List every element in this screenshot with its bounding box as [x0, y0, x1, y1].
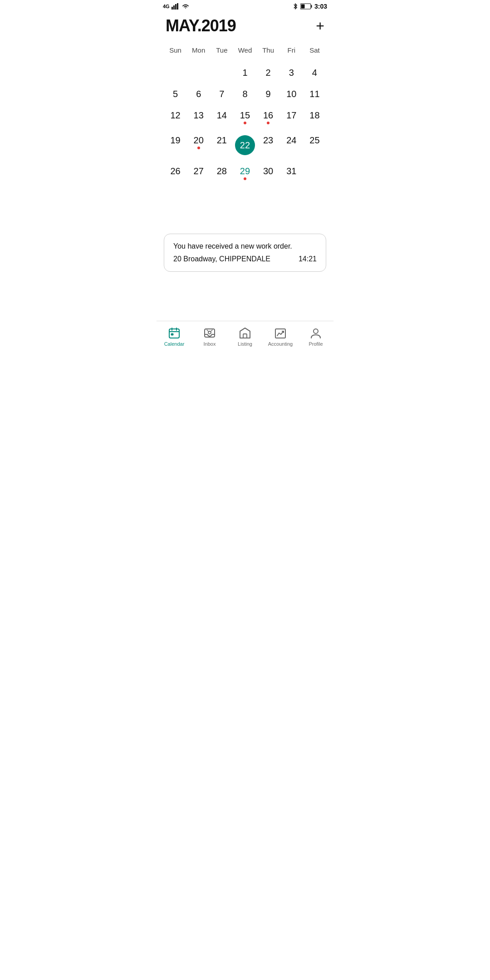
event-dot	[244, 122, 246, 124]
date-number: 17	[280, 110, 303, 121]
event-card[interactable]: You have received a new work order. 20 B…	[164, 234, 326, 272]
signal-icon	[172, 3, 180, 10]
date-number: 10	[280, 89, 303, 99]
day-header-sun: Sun	[164, 43, 187, 58]
calendar-cell[interactable]: 18	[303, 104, 326, 129]
nav-label-inbox: Inbox	[204, 341, 216, 347]
status-right: 3:03	[293, 3, 327, 10]
nav-item-accounting[interactable]: Accounting	[263, 325, 298, 348]
svg-rect-11	[171, 333, 173, 335]
calendar-cell[interactable]: 16	[257, 104, 280, 129]
event-title: You have received a new work order.	[173, 242, 317, 250]
svg-rect-3	[177, 3, 178, 10]
calendar-cell	[303, 160, 326, 185]
nav-item-listing[interactable]: Listing	[227, 325, 263, 348]
calendar-cell[interactable]: 8	[233, 83, 256, 104]
month-title: MAY.2019	[166, 16, 236, 35]
date-number: 4	[303, 68, 326, 78]
svg-rect-7	[169, 329, 179, 338]
date-number: 13	[187, 110, 210, 121]
date-number: 11	[303, 89, 326, 99]
calendar-cell[interactable]: 2	[257, 61, 280, 83]
date-number: 24	[280, 135, 303, 146]
inbox-nav-icon	[203, 327, 216, 339]
calendar-cell[interactable]: 7	[210, 83, 233, 104]
svg-rect-14	[243, 334, 247, 338]
app-header: MAY.2019 +	[157, 12, 333, 43]
calendar-cell[interactable]: 11	[303, 83, 326, 104]
status-left: 4G	[163, 3, 190, 10]
profile-nav-icon	[309, 327, 322, 339]
calendar-cell[interactable]: 6	[187, 83, 210, 104]
date-number: 27	[187, 166, 210, 176]
selected-date-circle: 22	[235, 135, 255, 155]
nav-item-inbox[interactable]: Inbox	[192, 325, 227, 348]
add-event-button[interactable]: +	[316, 19, 324, 33]
nav-label-accounting: Accounting	[268, 341, 293, 347]
date-number: 12	[164, 110, 187, 121]
event-dot	[197, 147, 200, 149]
day-header-wed: Wed	[233, 43, 256, 58]
listing-nav-icon	[239, 327, 251, 339]
calendar-cell[interactable]: 27	[187, 160, 210, 185]
calendar-cell[interactable]: 30	[257, 160, 280, 185]
calendar-cell[interactable]: 3	[280, 61, 303, 83]
calendar-cell[interactable]: 29	[233, 160, 256, 185]
status-bar: 4G 3:03	[157, 0, 333, 12]
calendar-cell[interactable]: 10	[280, 83, 303, 104]
calendar-cell[interactable]: 4	[303, 61, 326, 83]
calendar-cell[interactable]: 13	[187, 104, 210, 129]
date-number: 6	[187, 89, 210, 99]
nav-item-calendar[interactable]: Calendar	[157, 325, 192, 348]
calendar-cell	[187, 61, 210, 83]
svg-rect-5	[311, 5, 312, 8]
date-number: 9	[257, 89, 280, 99]
calendar-cell[interactable]: 17	[280, 104, 303, 129]
calendar-cell[interactable]: 19	[164, 129, 187, 160]
calendar-cell[interactable]: 5	[164, 83, 187, 104]
carrier-text: 4G	[163, 4, 170, 9]
day-header-sat: Sat	[303, 43, 326, 58]
calendar-cell[interactable]: 14	[210, 104, 233, 129]
calendar-cell[interactable]: 25	[303, 129, 326, 160]
date-number: 31	[280, 166, 303, 176]
calendar-cell[interactable]: 21	[210, 129, 233, 160]
calendar-cell[interactable]: 1	[233, 61, 256, 83]
date-number: 21	[210, 135, 233, 146]
day-header-tue: Tue	[210, 43, 233, 58]
calendar-view: Sun Mon Tue Wed Thu Fri Sat 123456789101…	[157, 43, 333, 227]
date-number: 3	[280, 68, 303, 78]
calendar-cell[interactable]: 24	[280, 129, 303, 160]
nav-item-profile[interactable]: Profile	[298, 325, 333, 348]
calendar-cell[interactable]: 15	[233, 104, 256, 129]
bluetooth-icon	[293, 3, 298, 10]
calendar-cell[interactable]: 20	[187, 129, 210, 160]
date-number: 19	[164, 135, 187, 146]
calendar-cell[interactable]: 22	[233, 129, 256, 160]
date-number: 14	[210, 110, 233, 121]
calendar-cell[interactable]: 9	[257, 83, 280, 104]
calendar-cell[interactable]: 26	[164, 160, 187, 185]
svg-rect-1	[173, 5, 175, 10]
calendar-cell[interactable]: 28	[210, 160, 233, 185]
svg-rect-6	[301, 5, 304, 9]
day-header-thu: Thu	[257, 43, 280, 58]
calendar-cell[interactable]: 23	[257, 129, 280, 160]
day-header-mon: Mon	[187, 43, 210, 58]
event-time: 14:21	[299, 255, 317, 263]
date-number: 7	[210, 89, 233, 99]
date-number: 15	[233, 110, 256, 121]
content-spacer	[157, 278, 333, 321]
bottom-nav: Calendar Inbox Listing Accounting	[157, 321, 333, 354]
svg-point-13	[208, 331, 211, 334]
svg-rect-0	[172, 7, 173, 10]
date-number: 18	[303, 110, 326, 121]
calendar-cell[interactable]: 12	[164, 104, 187, 129]
nav-label-listing: Listing	[238, 341, 252, 347]
date-number: 25	[303, 135, 326, 146]
calendar-grid: 1234567891011121314151617181920212223242…	[164, 61, 326, 185]
time-display: 3:03	[314, 3, 327, 10]
calendar-cell[interactable]: 31	[280, 160, 303, 185]
day-headers: Sun Mon Tue Wed Thu Fri Sat	[164, 43, 326, 58]
date-number: 1	[233, 68, 256, 78]
